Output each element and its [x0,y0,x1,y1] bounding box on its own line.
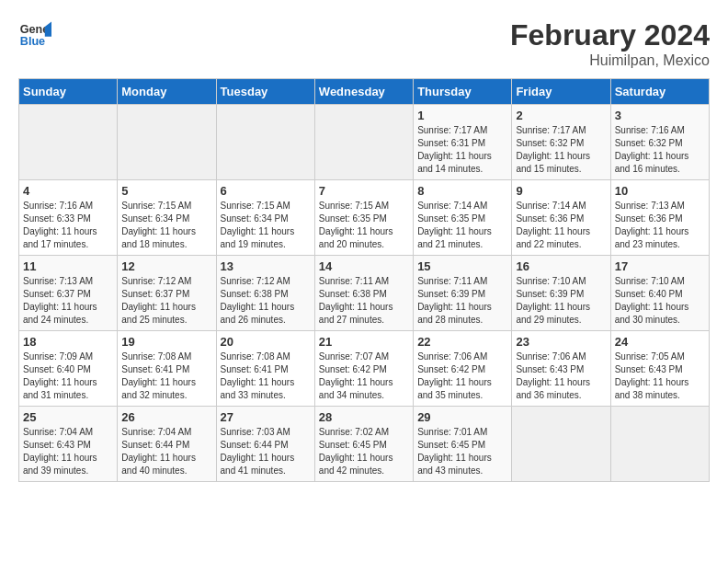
calendar-cell: 25Sunrise: 7:04 AM Sunset: 6:43 PM Dayli… [19,407,118,482]
day-info: Sunrise: 7:12 AM Sunset: 6:38 PM Dayligh… [221,275,311,327]
day-number: 29 [417,410,507,424]
day-info: Sunrise: 7:07 AM Sunset: 6:42 PM Dayligh… [319,350,409,402]
calendar-cell [216,105,314,180]
day-info: Sunrise: 7:01 AM Sunset: 6:45 PM Dayligh… [417,426,507,477]
calendar-cell: 2Sunrise: 7:17 AM Sunset: 6:32 PM Daylig… [512,105,610,180]
calendar-cell: 10Sunrise: 7:13 AM Sunset: 6:36 PM Dayli… [610,180,709,256]
logo-icon: General Blue [18,18,51,52]
day-number: 9 [516,184,606,198]
day-info: Sunrise: 7:11 AM Sunset: 6:39 PM Dayligh… [417,275,507,327]
day-number: 10 [615,184,705,198]
day-info: Sunrise: 7:10 AM Sunset: 6:40 PM Dayligh… [615,275,705,327]
day-number: 5 [121,184,211,198]
calendar-week-row: 4Sunrise: 7:16 AM Sunset: 6:33 PM Daylig… [19,180,710,256]
day-number: 24 [615,335,705,349]
day-number: 16 [516,259,606,273]
day-number: 13 [221,259,311,273]
calendar-cell: 13Sunrise: 7:12 AM Sunset: 6:38 PM Dayli… [216,256,314,331]
day-number: 6 [221,184,311,198]
day-info: Sunrise: 7:15 AM Sunset: 6:35 PM Dayligh… [319,200,409,251]
calendar-cell: 26Sunrise: 7:04 AM Sunset: 6:44 PM Dayli… [118,407,216,482]
calendar-day-header: Friday [512,79,610,105]
day-number: 3 [615,109,705,122]
day-number: 27 [221,410,311,424]
calendar-cell: 8Sunrise: 7:14 AM Sunset: 6:35 PM Daylig… [414,180,512,256]
calendar-cell [512,407,610,482]
day-info: Sunrise: 7:16 AM Sunset: 6:33 PM Dayligh… [23,200,113,251]
day-info: Sunrise: 7:05 AM Sunset: 6:43 PM Dayligh… [615,350,705,402]
day-info: Sunrise: 7:11 AM Sunset: 6:38 PM Dayligh… [319,275,409,327]
calendar: SundayMondayTuesdayWednesdayThursdayFrid… [18,78,710,482]
day-number: 15 [417,259,507,273]
calendar-day-header: Tuesday [216,79,314,105]
day-info: Sunrise: 7:17 AM Sunset: 6:31 PM Dayligh… [417,124,507,176]
day-info: Sunrise: 7:03 AM Sunset: 6:44 PM Dayligh… [221,426,311,477]
calendar-cell: 22Sunrise: 7:06 AM Sunset: 6:42 PM Dayli… [414,331,512,407]
calendar-cell: 28Sunrise: 7:02 AM Sunset: 6:45 PM Dayli… [314,407,413,482]
calendar-day-header: Thursday [414,79,512,105]
calendar-cell: 23Sunrise: 7:06 AM Sunset: 6:43 PM Dayli… [512,331,610,407]
calendar-cell: 21Sunrise: 7:07 AM Sunset: 6:42 PM Dayli… [314,331,413,407]
calendar-cell: 5Sunrise: 7:15 AM Sunset: 6:34 PM Daylig… [118,180,216,256]
day-info: Sunrise: 7:04 AM Sunset: 6:43 PM Dayligh… [23,426,113,477]
main-title: February 2024 [510,18,710,52]
day-number: 17 [615,259,705,273]
calendar-cell [314,105,413,180]
calendar-cell [19,105,118,180]
day-number: 28 [319,410,409,424]
logo: General Blue [18,18,51,52]
day-info: Sunrise: 7:13 AM Sunset: 6:37 PM Dayligh… [23,275,113,327]
calendar-cell: 17Sunrise: 7:10 AM Sunset: 6:40 PM Dayli… [610,256,709,331]
calendar-cell: 19Sunrise: 7:08 AM Sunset: 6:41 PM Dayli… [118,331,216,407]
calendar-header: SundayMondayTuesdayWednesdayThursdayFrid… [19,79,710,105]
calendar-week-row: 25Sunrise: 7:04 AM Sunset: 6:43 PM Dayli… [19,407,710,482]
day-info: Sunrise: 7:16 AM Sunset: 6:32 PM Dayligh… [615,124,705,176]
calendar-week-row: 18Sunrise: 7:09 AM Sunset: 6:40 PM Dayli… [19,331,710,407]
day-info: Sunrise: 7:08 AM Sunset: 6:41 PM Dayligh… [221,350,311,402]
day-info: Sunrise: 7:10 AM Sunset: 6:39 PM Dayligh… [516,275,606,327]
day-info: Sunrise: 7:06 AM Sunset: 6:42 PM Dayligh… [417,350,507,402]
calendar-cell: 11Sunrise: 7:13 AM Sunset: 6:37 PM Dayli… [19,256,118,331]
day-number: 22 [417,335,507,349]
day-number: 7 [319,184,409,198]
day-info: Sunrise: 7:08 AM Sunset: 6:41 PM Dayligh… [121,350,211,402]
calendar-cell: 16Sunrise: 7:10 AM Sunset: 6:39 PM Dayli… [512,256,610,331]
day-number: 21 [319,335,409,349]
day-number: 14 [319,259,409,273]
day-info: Sunrise: 7:15 AM Sunset: 6:34 PM Dayligh… [121,200,211,251]
day-info: Sunrise: 7:09 AM Sunset: 6:40 PM Dayligh… [23,350,113,402]
sub-title: Huimilpan, Mexico [510,52,710,69]
day-number: 12 [121,259,211,273]
calendar-cell: 7Sunrise: 7:15 AM Sunset: 6:35 PM Daylig… [314,180,413,256]
title-area: February 2024 Huimilpan, Mexico [510,18,710,69]
header: General Blue February 2024 Huimilpan, Me… [18,18,710,69]
day-info: Sunrise: 7:13 AM Sunset: 6:36 PM Dayligh… [615,200,705,251]
day-number: 25 [23,410,113,424]
day-number: 1 [417,109,507,122]
day-number: 8 [417,184,507,198]
day-info: Sunrise: 7:14 AM Sunset: 6:35 PM Dayligh… [417,200,507,251]
calendar-cell: 18Sunrise: 7:09 AM Sunset: 6:40 PM Dayli… [19,331,118,407]
day-info: Sunrise: 7:14 AM Sunset: 6:36 PM Dayligh… [516,200,606,251]
calendar-week-row: 1Sunrise: 7:17 AM Sunset: 6:31 PM Daylig… [19,105,710,180]
calendar-cell: 29Sunrise: 7:01 AM Sunset: 6:45 PM Dayli… [414,407,512,482]
calendar-cell: 9Sunrise: 7:14 AM Sunset: 6:36 PM Daylig… [512,180,610,256]
day-number: 26 [121,410,211,424]
calendar-day-header: Monday [118,79,216,105]
calendar-cell: 6Sunrise: 7:15 AM Sunset: 6:34 PM Daylig… [216,180,314,256]
calendar-cell: 3Sunrise: 7:16 AM Sunset: 6:32 PM Daylig… [610,105,709,180]
calendar-cell: 4Sunrise: 7:16 AM Sunset: 6:33 PM Daylig… [19,180,118,256]
day-number: 23 [516,335,606,349]
day-info: Sunrise: 7:06 AM Sunset: 6:43 PM Dayligh… [516,350,606,402]
day-number: 18 [23,335,113,349]
day-info: Sunrise: 7:04 AM Sunset: 6:44 PM Dayligh… [121,426,211,477]
day-info: Sunrise: 7:02 AM Sunset: 6:45 PM Dayligh… [319,426,409,477]
calendar-cell: 14Sunrise: 7:11 AM Sunset: 6:38 PM Dayli… [314,256,413,331]
day-number: 4 [23,184,113,198]
day-number: 11 [23,259,113,273]
day-info: Sunrise: 7:17 AM Sunset: 6:32 PM Dayligh… [516,124,606,176]
day-info: Sunrise: 7:12 AM Sunset: 6:37 PM Dayligh… [121,275,211,327]
calendar-day-header: Saturday [610,79,709,105]
day-number: 20 [221,335,311,349]
header-row: SundayMondayTuesdayWednesdayThursdayFrid… [19,79,710,105]
